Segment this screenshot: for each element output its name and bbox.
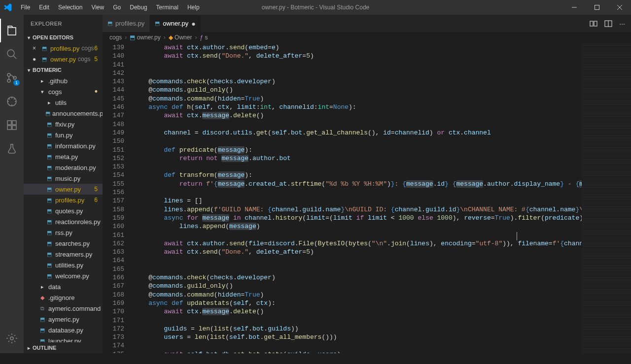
tree-item-label: profiles.py bbox=[55, 197, 84, 204]
file-item[interactable]: ◆.gitignore bbox=[24, 292, 103, 303]
tree-item-label: utils bbox=[55, 99, 67, 106]
file-item[interactable]: ⬒information.py bbox=[24, 140, 103, 151]
debug-activity-icon[interactable] bbox=[0, 90, 24, 113]
tree-item-label: .github bbox=[48, 77, 68, 85]
file-item[interactable]: ⬒reactionroles.py bbox=[24, 216, 103, 227]
explorer-activity-icon[interactable] bbox=[0, 19, 24, 42]
search-activity-icon[interactable] bbox=[0, 42, 24, 66]
file-item[interactable]: ⬒welcome.py bbox=[24, 270, 103, 281]
menu-selection[interactable]: Selection bbox=[54, 2, 86, 13]
file-item[interactable]: ⬒utilities.py bbox=[24, 260, 103, 270]
menu-go[interactable]: Go bbox=[109, 2, 125, 13]
python-file-icon: ⬒ bbox=[107, 20, 112, 27]
tabs-row: ⬒profiles.py⬒owner.py● ··· bbox=[103, 15, 631, 32]
breadcrumb-segment[interactable]: cogs bbox=[109, 34, 122, 41]
python-file-icon: ⬒ bbox=[45, 132, 53, 138]
svg-rect-7 bbox=[7, 126, 11, 130]
python-file-icon: ⬒ bbox=[45, 262, 53, 268]
breadcrumbs[interactable]: cogs›⬒ owner.py›◆ Owner›ƒ s bbox=[103, 32, 631, 43]
settings-activity-icon[interactable] bbox=[0, 327, 24, 350]
window-controls bbox=[563, 0, 631, 15]
chevron-right-icon: ▸ bbox=[25, 345, 33, 351]
tree-item-label: reactionroles.py bbox=[55, 218, 101, 226]
test-activity-icon[interactable] bbox=[0, 137, 24, 161]
file-item[interactable]: ⬒aymeric.py bbox=[24, 314, 103, 325]
svg-rect-9 bbox=[12, 121, 16, 125]
folder-item[interactable]: ▸data bbox=[24, 281, 103, 292]
tree-item-label: database.py bbox=[48, 327, 83, 334]
file-dir: cogs bbox=[81, 45, 94, 52]
folder-item[interactable]: ▾cogs• bbox=[24, 86, 103, 97]
file-item[interactable]: ⬒rss.py bbox=[24, 227, 103, 238]
extensions-activity-icon[interactable] bbox=[0, 113, 24, 137]
maximize-button[interactable] bbox=[586, 0, 608, 15]
file-item[interactable]: ⬒fun.py bbox=[24, 130, 103, 140]
file-item[interactable]: ⬒meta.py bbox=[24, 151, 103, 162]
file-item[interactable]: ⬒moderation.py bbox=[24, 162, 103, 173]
menu-view[interactable]: View bbox=[87, 2, 108, 13]
close-button[interactable] bbox=[608, 0, 631, 15]
open-editor-item[interactable]: ×⬒profiles.pycogs6 bbox=[24, 43, 103, 54]
svg-rect-6 bbox=[7, 121, 11, 125]
file-item[interactable]: ⬒streamers.py bbox=[24, 249, 103, 260]
split-editor-icon[interactable] bbox=[604, 20, 612, 28]
svg-point-1 bbox=[7, 50, 14, 57]
close-editor-icon[interactable]: × bbox=[33, 45, 39, 52]
menu-help[interactable]: Help bbox=[183, 2, 204, 13]
python-file-icon: ⬒ bbox=[45, 273, 53, 279]
editor-tab[interactable]: ⬒owner.py● bbox=[150, 15, 201, 32]
breadcrumb-segment[interactable]: ƒ s bbox=[200, 34, 208, 41]
status-bar[interactable] bbox=[0, 353, 631, 364]
menu-edit[interactable]: Edit bbox=[35, 2, 53, 13]
python-file-icon: ⬒ bbox=[45, 197, 53, 203]
svg-rect-11 bbox=[590, 21, 593, 26]
file-item[interactable]: ⬒music.py bbox=[24, 173, 103, 184]
menu-terminal[interactable]: Terminal bbox=[152, 2, 182, 13]
python-file-icon: ⬒ bbox=[45, 110, 50, 117]
tab-label: owner.py bbox=[163, 20, 188, 27]
code-content[interactable]: await ctx.author.send(embed=e) await ctx… bbox=[133, 43, 582, 353]
vscode-logo-icon bbox=[4, 3, 12, 11]
breadcrumb-segment[interactable]: ⬒ owner.py bbox=[130, 34, 160, 41]
file-item[interactable]: ⧉aymeric.command bbox=[24, 303, 103, 314]
breadcrumb-segment[interactable]: ◆ Owner bbox=[169, 34, 192, 41]
dirty-indicator-icon[interactable]: ● bbox=[33, 56, 39, 63]
open-editor-item[interactable]: ●⬒owner.pycogs5 bbox=[24, 54, 103, 65]
python-file-icon: ⬒ bbox=[38, 316, 46, 323]
project-header[interactable]: ▾ BOTMERIC bbox=[24, 65, 103, 75]
folder-item[interactable]: ▸.github bbox=[24, 75, 103, 86]
python-file-icon: ⬒ bbox=[45, 154, 53, 160]
code-area[interactable]: 1391401411421431441451461471481491501511… bbox=[103, 43, 631, 353]
minimize-button[interactable] bbox=[563, 0, 586, 15]
file-item[interactable]: ⬒quotes.py bbox=[24, 205, 103, 216]
tree-item-label: data bbox=[48, 283, 61, 291]
menu-file[interactable]: File bbox=[17, 2, 34, 13]
sidebar-title: EXPLORER bbox=[24, 15, 103, 32]
folder-icon: ▸ bbox=[38, 284, 46, 290]
tree-item-label: music.py bbox=[55, 175, 80, 182]
file-item[interactable]: ⬒profiles.py6 bbox=[24, 195, 103, 205]
tree-item-label: welcome.py bbox=[55, 272, 89, 280]
menu-debug[interactable]: Debug bbox=[126, 2, 151, 13]
scm-badge: 1 bbox=[13, 80, 20, 86]
editor-actions: ··· bbox=[584, 15, 631, 32]
open-editors-header[interactable]: ▾ OPEN EDITORS bbox=[24, 32, 103, 43]
file-item[interactable]: ⬒owner.py5 bbox=[24, 184, 103, 195]
editor-tab[interactable]: ⬒profiles.py bbox=[103, 15, 150, 32]
python-file-icon: ⬒ bbox=[40, 56, 48, 63]
folder-item[interactable]: ▸utils bbox=[24, 97, 103, 108]
project-tree: ▸.github▾cogs•▸utils⬒announcements.py⬒ff… bbox=[24, 75, 103, 353]
file-item[interactable]: ⬒ffxiv.py bbox=[24, 119, 103, 130]
minimap[interactable] bbox=[582, 43, 631, 353]
problems-count: 5 bbox=[94, 186, 98, 193]
file-item[interactable]: ⬒announcements.py bbox=[24, 108, 103, 119]
line-numbers: 1391401411421431441451461471481491501511… bbox=[103, 43, 133, 353]
file-item[interactable]: ⬒searches.py bbox=[24, 238, 103, 249]
compare-icon[interactable] bbox=[590, 20, 597, 28]
outline-header[interactable]: ▸ OUTLINE bbox=[24, 342, 103, 353]
tree-item-label: streamers.py bbox=[55, 251, 92, 258]
scm-activity-icon[interactable]: 1 bbox=[0, 66, 24, 90]
more-actions-icon[interactable]: ··· bbox=[619, 20, 625, 28]
file-item[interactable]: ⬒database.py bbox=[24, 325, 103, 335]
dirty-indicator-icon: ● bbox=[191, 20, 195, 28]
